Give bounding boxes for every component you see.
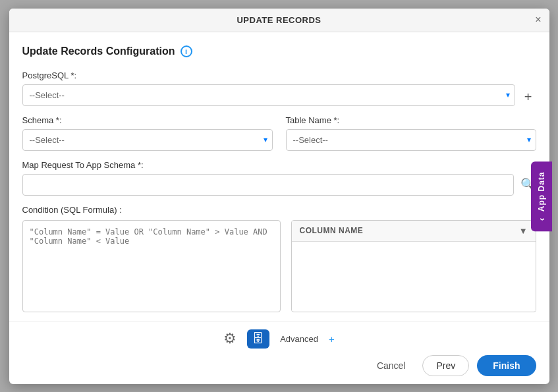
column-name-content bbox=[292, 242, 536, 311]
schema-field-group: Schema *: --Select-- ▾ bbox=[22, 115, 273, 151]
postgresql-label: PostgreSQL *: bbox=[22, 70, 536, 80]
close-button[interactable]: × bbox=[535, 14, 541, 25]
postgresql-select[interactable]: --Select-- bbox=[22, 84, 515, 106]
map-request-input[interactable] bbox=[22, 174, 514, 196]
map-request-label: Map Request To App Schema *: bbox=[22, 160, 536, 170]
filter-icon: ▼ bbox=[519, 226, 528, 236]
postgresql-add-button[interactable]: + bbox=[520, 88, 536, 106]
gear-toolbar-button[interactable]: ⚙ bbox=[223, 330, 237, 347]
prev-button[interactable]: Prev bbox=[422, 355, 469, 376]
modal-titlebar: UPDATE RECORDS × bbox=[9, 9, 549, 32]
toolbar-row: ⚙ 🗄 Advanced + bbox=[22, 329, 536, 349]
schema-select[interactable]: --Select-- bbox=[22, 129, 273, 151]
map-request-row: 🔍 bbox=[22, 174, 536, 196]
finish-button[interactable]: Finish bbox=[477, 355, 536, 376]
column-name-box: COLUMN NAME ▼ bbox=[291, 220, 536, 312]
condition-label: Condition (SQL Formula) : bbox=[22, 205, 536, 215]
condition-textarea[interactable] bbox=[22, 220, 281, 312]
advanced-label: Advanced bbox=[280, 334, 318, 344]
chevron-left-icon: ‹ bbox=[536, 217, 547, 221]
modal-footer: ⚙ 🗄 Advanced + Cancel Prev Finish bbox=[9, 321, 549, 384]
section-title-text: Update Records Configuration bbox=[22, 45, 175, 57]
postgresql-select-wrapper: --Select-- ▾ bbox=[22, 84, 515, 106]
action-row: Cancel Prev Finish bbox=[22, 355, 536, 376]
app-data-tab[interactable]: ‹ App Data bbox=[531, 161, 552, 231]
column-name-title: COLUMN NAME bbox=[300, 226, 364, 235]
info-icon[interactable]: i bbox=[181, 45, 192, 57]
tablename-select[interactable]: --Select-- bbox=[286, 129, 536, 151]
schema-tablename-row: Schema *: --Select-- ▾ Table Name *: bbox=[22, 115, 536, 151]
advanced-plus-button[interactable]: + bbox=[329, 333, 335, 345]
db-toolbar-button[interactable]: 🗄 bbox=[247, 329, 269, 349]
cancel-button[interactable]: Cancel bbox=[368, 356, 415, 375]
condition-row: COLUMN NAME ▼ bbox=[22, 220, 536, 312]
tablename-select-wrapper: --Select-- ▾ bbox=[286, 129, 536, 151]
schema-label: Schema *: bbox=[22, 115, 273, 125]
app-data-label: App Data bbox=[537, 171, 546, 211]
tablename-label: Table Name *: bbox=[286, 115, 536, 125]
schema-select-wrapper: --Select-- ▾ bbox=[22, 129, 273, 151]
column-name-header: COLUMN NAME ▼ bbox=[292, 221, 536, 242]
db-icon: 🗄 bbox=[252, 332, 264, 346]
section-title: Update Records Configuration i bbox=[22, 45, 536, 57]
modal-title: UPDATE RECORDS bbox=[237, 15, 321, 25]
condition-section: Condition (SQL Formula) : COLUMN NAME ▼ bbox=[22, 205, 536, 312]
tablename-field-group: Table Name *: --Select-- ▾ bbox=[286, 115, 536, 151]
postgresql-row: --Select-- ▾ + bbox=[22, 84, 536, 106]
update-records-modal: UPDATE RECORDS × Update Records Configur… bbox=[9, 9, 549, 384]
map-request-field-group: Map Request To App Schema *: 🔍 bbox=[22, 160, 536, 196]
postgresql-field-group: PostgreSQL *: --Select-- ▾ + bbox=[22, 70, 536, 106]
modal-body: Update Records Configuration i PostgreSQ… bbox=[9, 32, 549, 321]
gear-icon: ⚙ bbox=[223, 330, 237, 347]
